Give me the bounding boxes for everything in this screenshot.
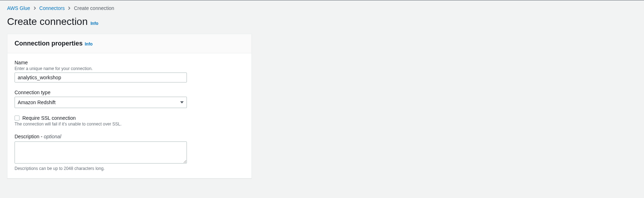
breadcrumb-link-connectors[interactable]: Connectors	[39, 5, 65, 11]
connection-type-select[interactable]: Amazon Redshift	[15, 97, 187, 108]
page-title: Create connection	[7, 16, 88, 27]
connection-type-label: Connection type	[15, 90, 244, 95]
name-hint: Enter a unique name for your connection.	[15, 66, 244, 71]
name-label: Name	[15, 60, 244, 65]
chevron-right-icon	[33, 6, 37, 10]
description-hint: Descriptions can be up to 2048 character…	[15, 166, 244, 171]
chevron-right-icon	[67, 6, 71, 10]
caret-down-icon	[180, 101, 184, 103]
require-ssl-label: Require SSL connection	[22, 115, 76, 121]
require-ssl-checkbox[interactable]	[15, 116, 20, 121]
panel-title: Connection properties	[15, 40, 83, 47]
breadcrumb-link-aws-glue[interactable]: AWS Glue	[7, 5, 30, 11]
breadcrumb: AWS Glue Connectors Create connection	[7, 5, 637, 11]
description-textarea[interactable]	[15, 141, 187, 164]
panel-info-link[interactable]: Info	[85, 42, 93, 47]
page-info-link[interactable]: Info	[90, 21, 98, 26]
connection-type-value: Amazon Redshift	[18, 100, 56, 105]
breadcrumb-current: Create connection	[74, 5, 114, 11]
name-input[interactable]	[15, 73, 187, 82]
require-ssl-hint: The connection will fail if it's unable …	[15, 122, 244, 127]
connection-properties-panel: Connection properties Info Name Enter a …	[7, 34, 252, 178]
description-label: Description - optional	[15, 134, 244, 139]
